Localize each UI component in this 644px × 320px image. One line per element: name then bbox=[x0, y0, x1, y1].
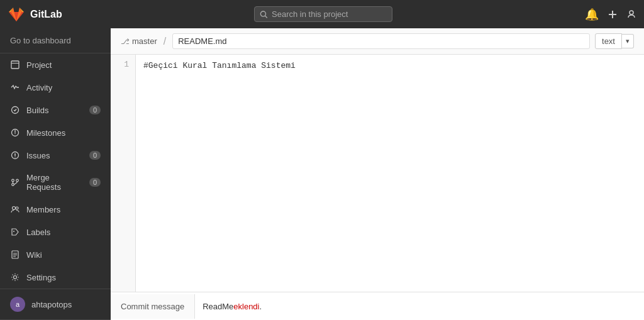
svg-point-20 bbox=[14, 157, 15, 157]
search-input[interactable] bbox=[272, 9, 387, 19]
editor-content[interactable]: #Geçici Kural Tanımlama Sistemi bbox=[136, 55, 644, 292]
commit-text-highlight: eklendi bbox=[233, 302, 259, 311]
sidebar: Go to dashboard Project Activity Builds bbox=[0, 28, 111, 320]
sidebar-item-project[interactable]: Project bbox=[0, 53, 111, 76]
sidebar-label-labels: Labels bbox=[26, 228, 101, 237]
svg-point-27 bbox=[13, 231, 14, 232]
sidebar-dashboard[interactable]: Go to dashboard bbox=[0, 28, 111, 53]
issues-badge: 0 bbox=[89, 151, 101, 160]
topbar: GitLab 🔔 bbox=[0, 0, 644, 28]
sidebar-label-activity: Activity bbox=[26, 83, 101, 92]
content-area: ⎇ master / text ▾ 1 #Geçici Kural Tanıml… bbox=[111, 28, 644, 320]
search-box[interactable] bbox=[254, 6, 392, 22]
notification-icon[interactable]: 🔔 bbox=[585, 8, 599, 21]
svg-point-21 bbox=[12, 179, 14, 182]
topbar-actions: 🔔 bbox=[585, 8, 636, 21]
mode-dropdown-button[interactable]: ▾ bbox=[622, 34, 634, 48]
commit-area: Commit message ReadMe eklendi . bbox=[111, 292, 644, 320]
commit-input-area[interactable]: ReadMe eklendi . bbox=[195, 292, 644, 320]
commit-text-end: . bbox=[259, 302, 262, 311]
sidebar-item-builds[interactable]: Builds 0 bbox=[0, 99, 111, 121]
sidebar-label-milestones: Milestones bbox=[26, 128, 101, 138]
sidebar-item-issues[interactable]: Issues 0 bbox=[0, 144, 111, 167]
svg-point-17 bbox=[14, 133, 15, 134]
builds-badge: 0 bbox=[89, 106, 101, 114]
svg-point-11 bbox=[630, 11, 633, 14]
sidebar-user[interactable]: a ahtapotops bbox=[0, 289, 111, 319]
sidebar-item-merge-requests[interactable]: Merge Requests 0 bbox=[0, 167, 111, 198]
branch-name: master bbox=[132, 36, 157, 46]
svg-point-23 bbox=[16, 179, 19, 182]
svg-point-32 bbox=[14, 276, 17, 279]
merge-requests-badge: 0 bbox=[89, 178, 101, 187]
activity-icon bbox=[10, 82, 20, 92]
sidebar-item-wiki[interactable]: Wiki bbox=[0, 243, 111, 266]
sidebar-label-issues: Issues bbox=[26, 151, 83, 160]
line-number: 1 bbox=[117, 60, 129, 69]
merge-requests-icon bbox=[10, 177, 20, 187]
sidebar-label-project: Project bbox=[26, 60, 101, 70]
sidebar-label-settings: Settings bbox=[26, 273, 101, 282]
editor-line-1: #Geçici Kural Tanımlama Sistemi bbox=[143, 60, 636, 73]
builds-icon bbox=[10, 105, 20, 115]
search-icon bbox=[260, 10, 268, 19]
sidebar-item-milestones[interactable]: Milestones bbox=[0, 121, 111, 144]
svg-point-25 bbox=[13, 207, 16, 210]
search-area bbox=[70, 6, 577, 22]
plus-icon[interactable] bbox=[608, 9, 618, 19]
line-numbers: 1 bbox=[111, 55, 136, 292]
sidebar-item-settings[interactable]: Settings bbox=[0, 266, 111, 289]
sidebar-nav: Project Activity Builds 0 Milestones bbox=[0, 53, 111, 289]
mode-label-button[interactable]: text bbox=[595, 33, 622, 49]
members-icon bbox=[10, 204, 20, 214]
branch-icon: ⎇ bbox=[121, 37, 130, 46]
sidebar-label-builds: Builds bbox=[26, 106, 83, 115]
editor-area: 1 #Geçici Kural Tanımlama Sistemi bbox=[111, 55, 644, 292]
file-name-input[interactable] bbox=[172, 33, 590, 49]
milestones-icon bbox=[10, 128, 20, 138]
svg-rect-12 bbox=[11, 61, 19, 69]
sidebar-label-merge-requests: Merge Requests bbox=[26, 173, 83, 192]
gitlab-logo-icon bbox=[8, 6, 25, 23]
sidebar-item-activity[interactable]: Activity bbox=[0, 76, 111, 99]
user-menu-icon[interactable] bbox=[626, 9, 636, 19]
avatar: a bbox=[10, 297, 25, 312]
wiki-icon bbox=[10, 250, 20, 260]
issues-icon bbox=[10, 150, 20, 160]
commit-label: Commit message bbox=[111, 294, 195, 319]
settings-icon bbox=[10, 272, 20, 282]
sidebar-label-members: Members bbox=[26, 205, 101, 214]
branch-indicator: ⎇ master bbox=[121, 36, 157, 46]
file-header: ⎇ master / text ▾ bbox=[111, 28, 644, 55]
main-layout: Go to dashboard Project Activity Builds bbox=[0, 28, 644, 320]
project-icon bbox=[10, 60, 20, 70]
commit-text-normal: ReadMe bbox=[203, 302, 233, 311]
mode-selector: text ▾ bbox=[595, 33, 634, 49]
path-separator: / bbox=[164, 36, 166, 47]
svg-point-7 bbox=[261, 11, 266, 16]
svg-line-8 bbox=[265, 16, 267, 18]
sidebar-item-labels[interactable]: Labels bbox=[0, 221, 111, 243]
svg-point-26 bbox=[16, 207, 18, 209]
sidebar-label-wiki: Wiki bbox=[26, 250, 101, 260]
logo[interactable]: GitLab bbox=[8, 6, 62, 23]
sidebar-item-members[interactable]: Members bbox=[0, 198, 111, 221]
svg-point-22 bbox=[12, 184, 14, 186]
logo-label: GitLab bbox=[30, 9, 62, 20]
labels-icon bbox=[10, 227, 20, 237]
sidebar-username: ahtapotops bbox=[31, 300, 72, 309]
